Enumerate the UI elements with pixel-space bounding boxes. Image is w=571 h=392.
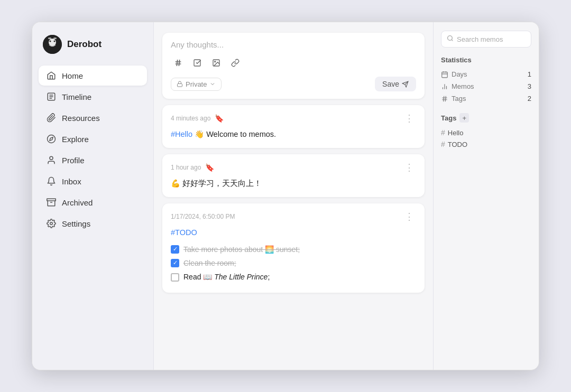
svg-line-38	[445, 96, 446, 101]
stats-label-memos: Memos	[441, 82, 474, 90]
sidebar-item-explore[interactable]: Explore	[39, 129, 147, 149]
svg-point-3	[54, 41, 56, 42]
checkbox-toolbar-btn[interactable]	[190, 55, 205, 70]
memo-text: 👋 Welcome to memos.	[195, 130, 276, 138]
search-placeholder: Search memos	[457, 35, 503, 43]
memo-content: #Hello 👋 Welcome to memos.	[171, 128, 416, 141]
bookmark-icon[interactable]: 🔖	[205, 163, 214, 172]
memo-header: 1/17/2024, 6:50:00 PM ⋮	[171, 211, 416, 222]
memo-more-button[interactable]: ⋮	[402, 211, 416, 222]
svg-line-18	[177, 60, 177, 66]
tag-item[interactable]: # TODO	[441, 138, 531, 150]
svg-rect-13	[47, 199, 56, 201]
main-content: Any thoughts... Private	[154, 22, 433, 370]
search-box[interactable]: Search memos	[441, 31, 531, 48]
svg-point-1	[49, 39, 56, 46]
tags-section: Tags + # Hello # TODO	[441, 113, 531, 150]
sidebar-item-label: Profile	[62, 156, 85, 165]
sidebar-item-label: Settings	[62, 219, 90, 228]
memo-more-button[interactable]: ⋮	[402, 113, 416, 124]
sidebar-item-inbox[interactable]: Inbox	[39, 171, 147, 191]
tag-hash-icon: #	[441, 140, 445, 148]
bookmark-icon[interactable]: 🔖	[215, 114, 224, 123]
stats-label-tags: Tags	[441, 95, 466, 102]
tag-toolbar-btn[interactable]	[171, 55, 186, 70]
memo-tag[interactable]: #Hello	[171, 130, 192, 138]
svg-line-27	[452, 40, 453, 41]
svg-point-26	[448, 36, 453, 41]
stats-row: Days 1	[441, 68, 531, 80]
timeline-icon	[46, 91, 57, 102]
checklist-item: ✓ Take more photos about 🌅 sunset;	[171, 244, 416, 255]
app-window: Derobot Home Timeline	[32, 22, 539, 370]
memo-meta: 1/17/2024, 6:50:00 PM	[171, 213, 235, 220]
right-panel: Search memos Statistics Days 1 Memos 3	[433, 22, 539, 370]
checkbox[interactable]	[171, 273, 179, 282]
sidebar-item-label: Inbox	[62, 177, 81, 186]
sidebar-item-archived[interactable]: Archived	[39, 192, 147, 212]
sidebar-item-resources[interactable]: Resources	[39, 108, 147, 128]
tag-item[interactable]: # Hello	[441, 127, 531, 138]
sidebar: Derobot Home Timeline	[32, 22, 154, 370]
tag-hash-icon: #	[441, 128, 445, 137]
image-toolbar-btn[interactable]	[209, 55, 224, 70]
memo-more-button[interactable]: ⋮	[402, 162, 416, 173]
inbox-icon	[46, 176, 57, 186]
sidebar-logo: Derobot	[39, 35, 147, 64]
stats-row: Tags 2	[441, 92, 531, 105]
svg-point-22	[215, 61, 216, 62]
stats-section: Statistics Days 1 Memos 3 Tags	[441, 56, 531, 105]
compose-placeholder[interactable]: Any thoughts...	[171, 40, 416, 49]
profile-icon	[46, 155, 57, 165]
settings-icon	[46, 218, 57, 229]
memo-card: 1 hour ago 🔖 ⋮ 💪 好好学习，天天向上！	[162, 154, 425, 197]
add-tag-button[interactable]: +	[459, 113, 469, 123]
memo-time: 1 hour ago	[171, 164, 201, 171]
checklist-item: ✓ Clean the room;	[171, 257, 416, 269]
svg-rect-23	[178, 84, 182, 87]
memo-content: 💪 好好学习，天天向上！	[171, 178, 416, 190]
sidebar-item-label: Resources	[62, 114, 100, 123]
svg-line-19	[179, 60, 179, 66]
svg-point-12	[50, 156, 53, 160]
sidebar-item-label: Archived	[62, 198, 93, 207]
checkbox[interactable]: ✓	[171, 245, 179, 254]
checkbox[interactable]: ✓	[171, 259, 179, 267]
stats-row: Memos 3	[441, 80, 531, 92]
stats-value-memos: 3	[528, 82, 531, 90]
sidebar-item-home[interactable]: Home	[39, 66, 147, 86]
sidebar-item-profile[interactable]: Profile	[39, 150, 147, 170]
checklist-text: Clean the room;	[183, 257, 236, 269]
svg-point-15	[50, 222, 53, 225]
svg-rect-28	[442, 72, 448, 78]
privacy-label: Private	[186, 80, 207, 88]
sidebar-item-timeline[interactable]: Timeline	[39, 87, 147, 107]
svg-rect-5	[53, 38, 57, 39]
checklist-text: Take more photos about 🌅 sunset;	[183, 244, 300, 255]
svg-point-10	[48, 135, 56, 143]
explore-icon	[46, 134, 57, 144]
tags-header: Tags +	[441, 113, 531, 123]
svg-point-2	[50, 41, 51, 42]
compose-toolbar	[171, 55, 416, 70]
memo-tag[interactable]: #TODO	[171, 228, 197, 237]
svg-rect-20	[194, 60, 200, 66]
sidebar-item-label: Home	[62, 71, 83, 80]
privacy-selector[interactable]: Private	[171, 78, 222, 91]
stats-value-tags: 2	[528, 95, 531, 102]
memo-time: 1/17/2024, 6:50:00 PM	[171, 213, 235, 220]
link-toolbar-btn[interactable]	[228, 55, 243, 70]
tag-label: Hello	[448, 129, 464, 137]
svg-rect-4	[48, 38, 51, 39]
sidebar-item-label: Timeline	[62, 92, 91, 101]
search-icon	[447, 35, 454, 43]
memo-header: 1 hour ago 🔖 ⋮	[171, 162, 416, 173]
memo-content: #TODO ✓ Take more photos about 🌅 sunset;…	[171, 227, 416, 283]
sidebar-item-settings[interactable]: Settings	[39, 213, 147, 234]
memo-card: 1/17/2024, 6:50:00 PM ⋮ #TODO ✓ Take mor…	[162, 203, 425, 292]
checklist-text: Read 📖 The Little Prince;	[183, 271, 270, 283]
save-button[interactable]: Save	[375, 77, 416, 91]
stats-value-days: 1	[528, 70, 531, 78]
memo-time: 4 minutes ago	[171, 115, 210, 122]
sidebar-item-label: Explore	[62, 135, 89, 144]
